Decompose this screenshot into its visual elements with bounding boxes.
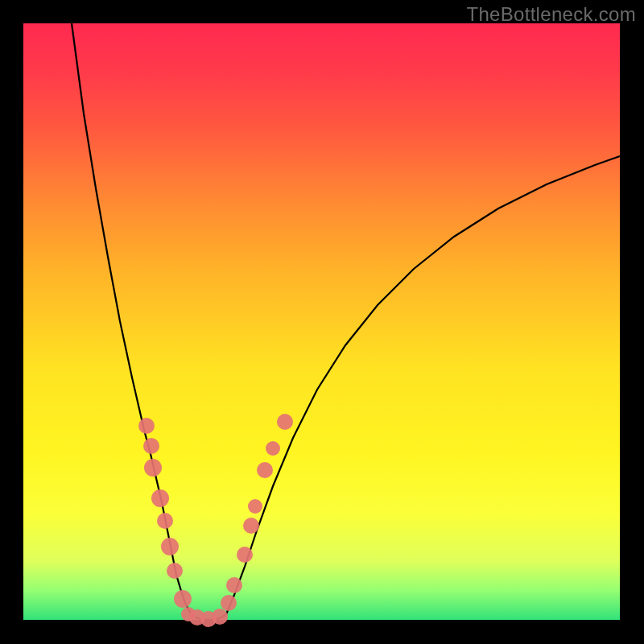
data-point xyxy=(221,595,237,611)
curve-right-branch xyxy=(226,156,620,614)
data-point xyxy=(243,518,259,534)
data-point xyxy=(277,414,293,430)
data-point xyxy=(157,513,173,529)
data-point xyxy=(138,418,155,434)
data-point xyxy=(257,462,273,478)
data-point xyxy=(167,563,183,579)
watermark-text: TheBottleneck.com xyxy=(466,3,636,26)
chart-svg xyxy=(23,23,620,620)
scatter-dots xyxy=(138,414,293,627)
curve-left-branch xyxy=(72,23,192,616)
data-point xyxy=(212,609,228,625)
data-point xyxy=(143,438,159,454)
data-point xyxy=(237,547,253,563)
data-point xyxy=(226,577,242,593)
data-point xyxy=(248,499,262,514)
data-point xyxy=(151,489,169,507)
data-point xyxy=(144,459,162,477)
data-point xyxy=(266,441,280,456)
data-point xyxy=(161,538,179,555)
data-point xyxy=(174,590,192,608)
